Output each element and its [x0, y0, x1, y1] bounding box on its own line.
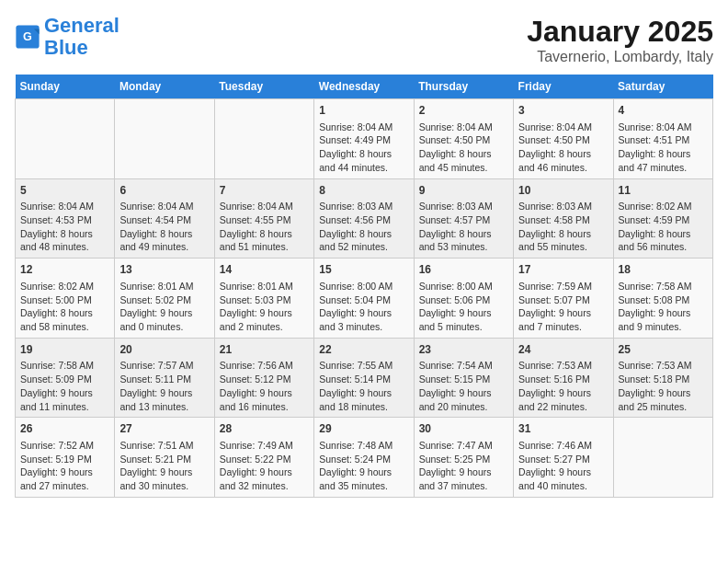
day-info: Sunset: 4:51 PM [619, 133, 708, 147]
day-info: Daylight: 8 hours and 53 minutes. [419, 227, 508, 254]
day-info: Sunset: 4:53 PM [20, 213, 109, 227]
calendar-cell: 3Sunrise: 8:04 AMSunset: 4:50 PMDaylight… [514, 99, 613, 179]
calendar-week-row: 26Sunrise: 7:52 AMSunset: 5:19 PMDayligh… [16, 418, 713, 498]
day-number: 25 [619, 342, 708, 358]
calendar-cell [214, 99, 313, 179]
day-info: Sunset: 5:02 PM [119, 293, 209, 307]
day-info: Sunset: 4:54 PM [119, 213, 209, 227]
day-info: Sunset: 5:03 PM [220, 293, 309, 307]
day-number: 2 [419, 103, 508, 119]
day-info: Daylight: 9 hours and 18 minutes. [319, 386, 408, 413]
day-number: 10 [518, 183, 608, 199]
day-info: Daylight: 9 hours and 5 minutes. [419, 306, 508, 333]
day-number: 19 [20, 342, 109, 358]
day-number: 5 [20, 183, 109, 199]
day-info: Sunset: 4:58 PM [518, 213, 608, 227]
day-info: Sunset: 4:50 PM [518, 133, 608, 147]
day-number: 22 [319, 342, 408, 358]
calendar-cell: 30Sunrise: 7:47 AMSunset: 5:25 PMDayligh… [414, 418, 513, 498]
day-info: Sunrise: 8:00 AM [419, 280, 508, 293]
logo-line1: General [44, 14, 119, 37]
svg-text:G: G [23, 30, 32, 43]
day-number: 7 [220, 183, 309, 199]
calendar-cell: 14Sunrise: 8:01 AMSunset: 5:03 PMDayligh… [214, 259, 313, 339]
location-title: Tavernerio, Lombardy, Italy [527, 49, 713, 65]
calendar-cell: 20Sunrise: 7:57 AMSunset: 5:11 PMDayligh… [115, 338, 214, 418]
weekday-header-friday: Friday [514, 75, 613, 99]
day-info: Sunset: 5:25 PM [419, 453, 508, 466]
calendar-cell: 29Sunrise: 7:48 AMSunset: 5:24 PMDayligh… [314, 418, 414, 498]
calendar-cell: 15Sunrise: 8:00 AMSunset: 5:04 PMDayligh… [314, 259, 414, 339]
day-info: Sunset: 4:59 PM [619, 213, 708, 227]
day-info: Sunrise: 7:55 AM [319, 359, 408, 373]
day-info: Daylight: 9 hours and 35 minutes. [319, 465, 408, 492]
day-info: Sunrise: 7:53 AM [619, 359, 708, 373]
day-info: Sunrise: 7:52 AM [20, 439, 109, 453]
day-info: Sunset: 4:57 PM [419, 213, 508, 227]
calendar-cell: 27Sunrise: 7:51 AMSunset: 5:21 PMDayligh… [115, 418, 214, 498]
calendar-cell: 10Sunrise: 8:03 AMSunset: 4:58 PMDayligh… [514, 178, 613, 259]
day-info: Sunrise: 7:48 AM [319, 439, 408, 453]
weekday-header-wednesday: Wednesday [314, 75, 414, 99]
day-info: Daylight: 9 hours and 16 minutes. [220, 386, 309, 413]
day-number: 31 [518, 421, 608, 437]
calendar-cell: 13Sunrise: 8:01 AMSunset: 5:02 PMDayligh… [115, 259, 214, 339]
calendar-cell: 25Sunrise: 7:53 AMSunset: 5:18 PMDayligh… [613, 338, 712, 418]
day-info: Daylight: 8 hours and 52 minutes. [319, 227, 408, 254]
calendar-cell: 22Sunrise: 7:55 AMSunset: 5:14 PMDayligh… [314, 338, 414, 418]
day-info: Sunset: 5:19 PM [20, 453, 109, 466]
calendar-cell: 18Sunrise: 7:58 AMSunset: 5:08 PMDayligh… [613, 259, 712, 339]
day-info: Daylight: 9 hours and 37 minutes. [419, 465, 508, 492]
day-info: Sunrise: 7:49 AM [220, 439, 309, 453]
day-number: 28 [220, 421, 309, 437]
day-info: Sunset: 5:06 PM [419, 293, 508, 307]
day-info: Daylight: 9 hours and 25 minutes. [619, 386, 708, 413]
day-info: Sunrise: 7:46 AM [518, 439, 608, 453]
calendar-cell [16, 99, 115, 179]
weekday-header-tuesday: Tuesday [214, 75, 313, 99]
day-info: Sunrise: 8:04 AM [319, 121, 408, 134]
day-info: Sunset: 4:55 PM [220, 213, 309, 227]
day-number: 24 [518, 342, 608, 358]
calendar-cell: 8Sunrise: 8:03 AMSunset: 4:56 PMDaylight… [314, 178, 414, 259]
day-info: Sunrise: 8:04 AM [119, 200, 209, 213]
day-info: Sunset: 5:16 PM [518, 373, 608, 386]
day-info: Sunset: 5:09 PM [20, 373, 109, 386]
day-number: 20 [119, 342, 209, 358]
day-info: Daylight: 8 hours and 55 minutes. [518, 227, 608, 254]
logo-text: General Blue [44, 15, 119, 59]
calendar-week-row: 5Sunrise: 8:04 AMSunset: 4:53 PMDaylight… [16, 178, 713, 259]
day-info: Daylight: 9 hours and 40 minutes. [518, 465, 608, 492]
day-info: Sunset: 5:04 PM [319, 293, 408, 307]
calendar-cell: 9Sunrise: 8:03 AMSunset: 4:57 PMDaylight… [414, 178, 513, 259]
day-number: 4 [619, 103, 708, 119]
day-number: 17 [518, 262, 608, 278]
calendar-cell: 4Sunrise: 8:04 AMSunset: 4:51 PMDaylight… [613, 99, 712, 179]
month-title: January 2025 [527, 15, 713, 49]
day-info: Sunrise: 8:03 AM [518, 200, 608, 213]
day-info: Sunset: 5:24 PM [319, 453, 408, 466]
day-number: 6 [119, 183, 209, 199]
day-info: Sunrise: 8:02 AM [619, 200, 708, 213]
calendar-cell: 6Sunrise: 8:04 AMSunset: 4:54 PMDaylight… [115, 178, 214, 259]
title-area: January 2025 Tavernerio, Lombardy, Italy [527, 15, 713, 65]
day-info: Sunset: 5:12 PM [220, 373, 309, 386]
day-info: Sunrise: 8:04 AM [419, 121, 508, 134]
weekday-header-sunday: Sunday [16, 75, 115, 99]
calendar-week-row: 12Sunrise: 8:02 AMSunset: 5:00 PMDayligh… [16, 259, 713, 339]
day-info: Sunrise: 8:01 AM [220, 280, 309, 293]
day-number: 13 [119, 262, 209, 278]
day-info: Daylight: 8 hours and 56 minutes. [619, 227, 708, 254]
day-info: Sunrise: 7:57 AM [119, 359, 209, 373]
calendar-cell: 2Sunrise: 8:04 AMSunset: 4:50 PMDaylight… [414, 99, 513, 179]
logo-icon: G [15, 24, 40, 50]
calendar-cell: 16Sunrise: 8:00 AMSunset: 5:06 PMDayligh… [414, 259, 513, 339]
day-info: Daylight: 9 hours and 0 minutes. [119, 306, 209, 333]
day-info: Daylight: 9 hours and 7 minutes. [518, 306, 608, 333]
calendar-cell: 12Sunrise: 8:02 AMSunset: 5:00 PMDayligh… [16, 259, 115, 339]
day-info: Daylight: 9 hours and 22 minutes. [518, 386, 608, 413]
day-info: Daylight: 9 hours and 20 minutes. [419, 386, 508, 413]
day-number: 11 [619, 183, 708, 199]
day-info: Sunset: 5:07 PM [518, 293, 608, 307]
day-info: Daylight: 8 hours and 45 minutes. [419, 147, 508, 174]
